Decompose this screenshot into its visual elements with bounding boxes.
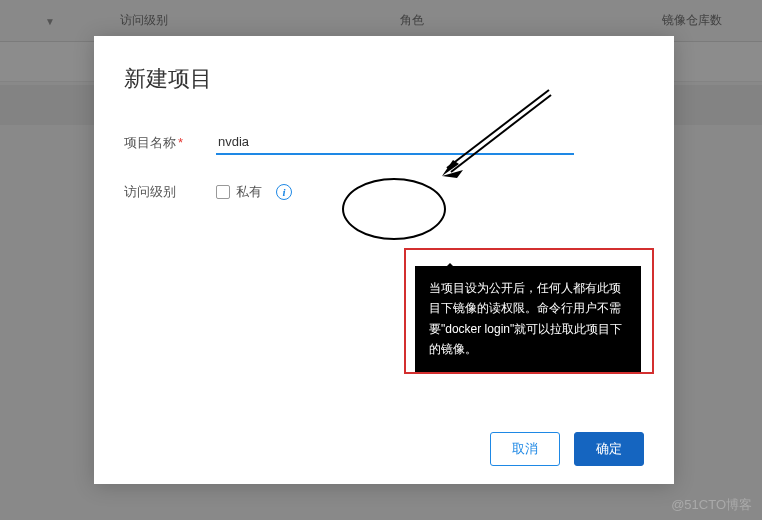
private-checkbox-label: 私有 [236,183,262,201]
private-checkbox[interactable] [216,185,230,199]
new-project-dialog: 新建项目 项目名称* 访问级别 私有 i 取消 确定 当项目设为公开后，任何人都… [94,36,674,484]
watermark: @51CTO博客 [671,496,752,514]
confirm-button[interactable]: 确定 [574,432,644,466]
info-icon[interactable]: i [276,184,292,200]
row-project-name: 项目名称* [124,130,644,155]
project-name-input[interactable] [216,130,574,155]
project-name-label: 项目名称* [124,134,204,152]
dialog-actions: 取消 确定 [124,432,644,466]
dialog-title: 新建项目 [124,64,644,94]
access-level-label: 访问级别 [124,183,204,201]
row-access-level: 访问级别 私有 i [124,183,644,201]
cancel-button[interactable]: 取消 [490,432,560,466]
info-tooltip: 当项目设为公开后，任何人都有此项目下镜像的读权限。命令行用户不需要"docker… [415,266,641,372]
